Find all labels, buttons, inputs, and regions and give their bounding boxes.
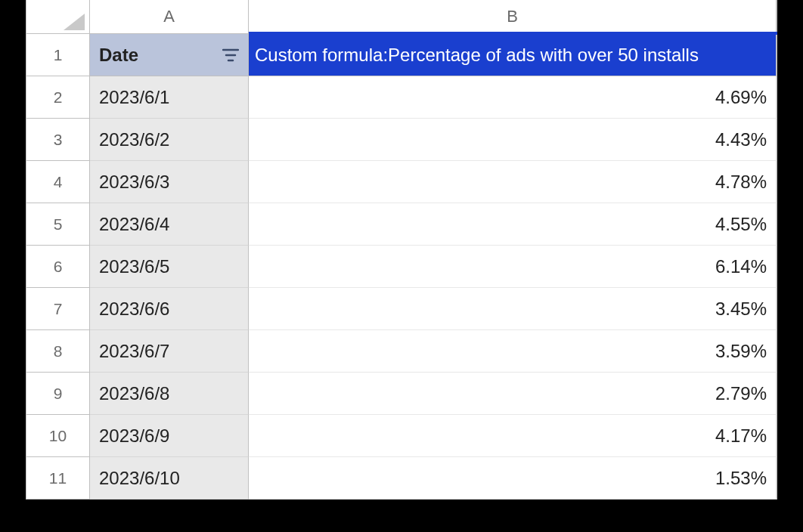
row-number[interactable]: 6	[26, 246, 90, 288]
header-cell-date[interactable]: Date	[90, 34, 249, 76]
select-all-triangle-icon	[64, 14, 85, 30]
cell-date[interactable]: 2023/6/1	[90, 76, 249, 119]
table-row: 52023/6/44.55%	[26, 203, 777, 246]
cell-value[interactable]: 4.17%	[249, 415, 777, 457]
cell-value[interactable]: 4.69%	[249, 76, 777, 119]
cell-date[interactable]: 2023/6/8	[90, 373, 249, 415]
table-row: 82023/6/73.59%	[26, 330, 777, 373]
filter-icon[interactable]	[218, 42, 243, 68]
row-number[interactable]: 9	[26, 373, 90, 415]
column-header-a[interactable]: A	[90, 0, 249, 34]
column-b-selection-indicator	[249, 32, 777, 35]
cell-value[interactable]: 6.14%	[249, 246, 777, 288]
table-row: 32023/6/24.43%	[26, 119, 777, 161]
cell-value[interactable]: 4.43%	[249, 119, 777, 161]
row-number[interactable]: 3	[26, 119, 90, 161]
row-number[interactable]: 8	[26, 330, 90, 373]
table-row: 112023/6/101.53%	[26, 457, 777, 500]
table-body: 22023/6/14.69%32023/6/24.43%42023/6/34.7…	[26, 76, 777, 500]
cell-value[interactable]: 4.78%	[249, 161, 777, 203]
header-date-label: Date	[99, 45, 138, 66]
cell-date[interactable]: 2023/6/5	[90, 246, 249, 288]
cell-date[interactable]: 2023/6/2	[90, 119, 249, 161]
cell-date[interactable]: 2023/6/3	[90, 161, 249, 203]
table-row: 92023/6/82.79%	[26, 373, 777, 415]
svg-marker-0	[64, 14, 85, 30]
table-row: 102023/6/94.17%	[26, 415, 777, 457]
cell-date[interactable]: 2023/6/10	[90, 457, 249, 500]
table-header-row: 1 Date Custom formula:Percentage of ads …	[26, 34, 777, 76]
cell-date[interactable]: 2023/6/7	[90, 330, 249, 373]
header-cell-formula[interactable]: Custom formula:Percentage of ads with ov…	[249, 34, 777, 76]
header-formula-label: Custom formula:Percentage of ads with ov…	[255, 45, 699, 66]
cell-value[interactable]: 3.59%	[249, 330, 777, 373]
row-number[interactable]: 10	[26, 415, 90, 457]
cell-date[interactable]: 2023/6/9	[90, 415, 249, 457]
column-header-row: A B	[26, 0, 777, 34]
cell-date[interactable]: 2023/6/6	[90, 288, 249, 330]
cell-value[interactable]: 4.55%	[249, 203, 777, 246]
table-row: 72023/6/63.45%	[26, 288, 777, 330]
row-number[interactable]: 7	[26, 288, 90, 330]
row-number[interactable]: 2	[26, 76, 90, 119]
column-header-b-label: B	[507, 7, 518, 26]
column-header-b[interactable]: B	[249, 0, 777, 34]
row-number[interactable]: 5	[26, 203, 90, 246]
row-number[interactable]: 11	[26, 457, 90, 500]
table-row: 62023/6/56.14%	[26, 246, 777, 288]
cell-value[interactable]: 2.79%	[249, 373, 777, 415]
spreadsheet: A B 1 Date Custom formula:Percentage of …	[26, 0, 777, 500]
select-all-corner[interactable]	[26, 0, 90, 34]
row-number[interactable]: 4	[26, 161, 90, 203]
table-row: 42023/6/34.78%	[26, 161, 777, 203]
cell-value[interactable]: 3.45%	[249, 288, 777, 330]
cell-date[interactable]: 2023/6/4	[90, 203, 249, 246]
row-number[interactable]: 1	[26, 34, 90, 76]
table-row: 22023/6/14.69%	[26, 76, 777, 119]
cell-value[interactable]: 1.53%	[249, 457, 777, 500]
